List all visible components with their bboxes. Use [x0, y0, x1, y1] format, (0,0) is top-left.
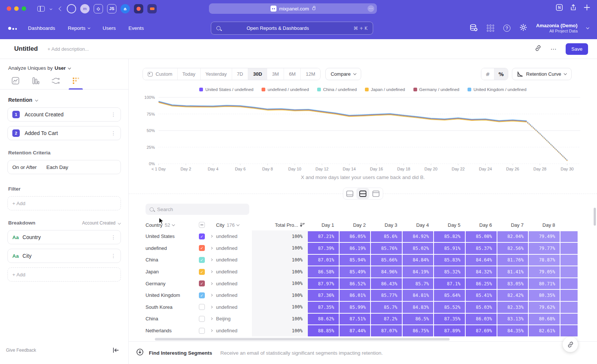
- table-row[interactable]: undefined✓undefined100%87.39%86.19%85.76…: [129, 242, 597, 254]
- retention-cell[interactable]: 85.76%: [371, 243, 402, 254]
- retention-cell[interactable]: 85.32%: [434, 266, 465, 277]
- retention-cell[interactable]: 79.62%: [529, 302, 560, 313]
- new-tab-icon[interactable]: [584, 4, 590, 12]
- zoom-window-button[interactable]: [22, 6, 26, 11]
- chart-type-selector[interactable]: Retention Curve: [512, 68, 572, 80]
- retention-cell[interactable]: 79.05%: [529, 266, 560, 277]
- retention-cell[interactable]: 84.64%: [466, 255, 497, 266]
- legend-item[interactable]: United States / undefined: [199, 87, 253, 92]
- add-description[interactable]: + Add description...: [47, 46, 89, 52]
- nav-item-users[interactable]: Users: [103, 25, 116, 31]
- layout-split-icon[interactable]: [356, 188, 369, 199]
- tab-retention[interactable]: [70, 77, 81, 89]
- day-column-header[interactable]: Day 8: [529, 222, 560, 228]
- date-range-7d[interactable]: 7D: [232, 68, 248, 80]
- row-checkbox[interactable]: [199, 328, 205, 334]
- retention-cell[interactable]: 81.41%: [497, 266, 528, 277]
- absolute-numbers-toggle[interactable]: #: [481, 68, 494, 80]
- mixpanel-logo[interactable]: [8, 27, 17, 30]
- retention-cell[interactable]: 85.82%: [434, 231, 465, 242]
- legend-item[interactable]: China / undefined: [317, 87, 357, 92]
- table-row[interactable]: South Koreaundefined100%87.35%85.99%85.7…: [129, 301, 597, 313]
- city-column-header[interactable]: City176: [216, 222, 252, 228]
- date-range-12m[interactable]: 12M: [300, 68, 320, 80]
- country-cell[interactable]: Netherlands: [129, 328, 199, 333]
- retention-cell[interactable]: 87.35%: [434, 314, 465, 325]
- retention-cell[interactable]: 84.92%: [403, 231, 434, 242]
- retention-cell[interactable]: 82.42%: [497, 290, 528, 301]
- retention-cell[interactable]: 86.25%: [466, 278, 497, 289]
- copy-link-icon[interactable]: [535, 45, 541, 53]
- retention-cell[interactable]: 82.04%: [497, 231, 528, 242]
- country-cell[interactable]: Japan: [129, 269, 199, 274]
- retention-cell[interactable]: 87.07%: [371, 325, 402, 336]
- retention-cell[interactable]: 87.69%: [466, 325, 497, 336]
- segments-title[interactable]: Find Interesting Segments: [149, 350, 212, 356]
- chevron-down-icon[interactable]: [50, 8, 52, 10]
- country-cell[interactable]: China: [129, 316, 199, 321]
- compare-button[interactable]: Compare: [325, 68, 361, 80]
- expand-row-icon[interactable]: [206, 271, 216, 273]
- retention-cell[interactable]: 87.97%: [308, 278, 339, 289]
- retention-cell[interactable]: 86.58%: [308, 266, 339, 277]
- country-cell[interactable]: Germany: [129, 281, 199, 286]
- retention-cell[interactable]: 82.33%: [497, 302, 528, 313]
- retention-cell[interactable]: 87.36%: [308, 290, 339, 301]
- expand-row-icon[interactable]: [206, 259, 216, 261]
- day-column-header[interactable]: Day 1: [308, 222, 339, 228]
- retention-cell[interactable]: 79.49%: [529, 231, 560, 242]
- retention-cell[interactable]: 86.05%: [340, 231, 371, 242]
- retention-cell[interactable]: 84.96%: [371, 266, 402, 277]
- retention-cell[interactable]: 87.2%: [371, 314, 402, 325]
- retention-cell[interactable]: 81.76%: [497, 255, 528, 266]
- nav-item-dashboards[interactable]: Dashboards: [28, 25, 55, 31]
- date-range-yesterday[interactable]: Yesterday: [200, 68, 232, 80]
- retention-cell[interactable]: 85.7%: [403, 278, 434, 289]
- extension-icon-m[interactable]: m: [80, 4, 90, 13]
- project-switcher[interactable]: Amazonia {Demo} All Project Data: [536, 23, 578, 34]
- retention-cell[interactable]: 86.43%: [371, 278, 402, 289]
- row-checkbox[interactable]: ✓: [199, 245, 205, 251]
- table-row[interactable]: United States✓undefined100%87.21%86.05%8…: [129, 230, 597, 242]
- retention-cell[interactable]: 86.5%: [403, 314, 434, 325]
- retention-cell[interactable]: 85.02%: [403, 243, 434, 254]
- retention-cell[interactable]: 82.56%: [497, 243, 528, 254]
- criteria-on-or-after[interactable]: On or After: [12, 164, 37, 170]
- table-row[interactable]: Japan✓undefined100%86.58%85.49%84.96%84.…: [129, 266, 597, 278]
- breakdown-add-button[interactable]: + Add: [7, 267, 121, 282]
- table-row[interactable]: ChinaBeijing100%88.62%87.51%87.2%86.5%87…: [129, 313, 597, 325]
- breakdown-scope-selector[interactable]: Account Created: [82, 220, 120, 226]
- vertical-scrollbar[interactable]: [594, 208, 596, 226]
- row-checkbox[interactable]: ✓: [199, 292, 205, 298]
- extension-icon-logseq[interactable]: [134, 4, 143, 13]
- retention-cell[interactable]: 88.85%: [308, 325, 339, 336]
- row-checkbox[interactable]: ✓: [199, 280, 205, 286]
- day-column-header[interactable]: Day 5: [434, 222, 465, 228]
- extension-icon-bird[interactable]: 🜁: [121, 4, 130, 13]
- back-button[interactable]: [59, 7, 63, 10]
- retention-cell[interactable]: 84.19%: [403, 266, 434, 277]
- kebab-menu-icon[interactable]: ⋮: [111, 253, 116, 259]
- save-button[interactable]: Save: [566, 43, 588, 55]
- retention-cell[interactable]: 84.32%: [466, 266, 497, 277]
- minimize-window-button[interactable]: [14, 6, 19, 11]
- retention-cell[interactable]: 85.7%: [371, 302, 402, 313]
- table-row[interactable]: United Kingdom✓undefined100%87.36%86.01%…: [129, 289, 597, 301]
- step-card-added-to-cart[interactable]: 2Added To Cart⋮: [7, 126, 121, 140]
- retention-cell[interactable]: 87.21%: [308, 231, 339, 242]
- expand-row-icon[interactable]: [206, 306, 216, 308]
- row-checkbox[interactable]: ✓: [199, 269, 205, 275]
- tab-funnels[interactable]: [30, 77, 41, 89]
- row-checkbox[interactable]: ✓: [199, 233, 205, 239]
- analyze-uniques-row[interactable]: Analyze Uniques byUser: [8, 65, 128, 71]
- settings-gear-icon[interactable]: [519, 23, 527, 33]
- layout-table-only-icon[interactable]: [369, 188, 382, 199]
- total-column-header[interactable]: Total Pro...: [252, 222, 308, 228]
- retention-cell[interactable]: 82.61%: [529, 325, 560, 336]
- row-checkbox[interactable]: ✓: [199, 257, 205, 263]
- report-title[interactable]: Untitled: [14, 45, 38, 53]
- retention-cell[interactable]: 85.52%: [434, 302, 465, 313]
- retention-cell[interactable]: 83.05%: [497, 278, 528, 289]
- retention-cell[interactable]: 86.03%: [466, 314, 497, 325]
- retention-cell[interactable]: 85.91%: [434, 243, 465, 254]
